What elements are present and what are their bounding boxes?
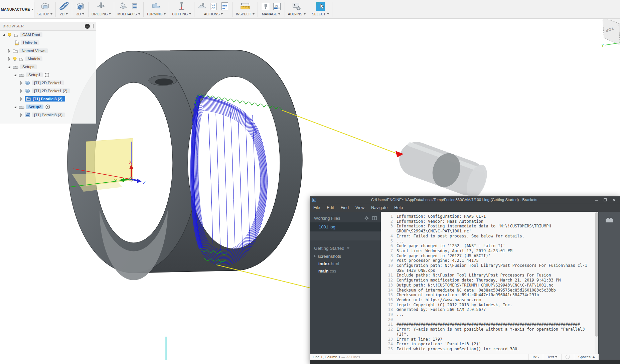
insert-mode-toggle[interactable]: INS <box>528 354 543 360</box>
code-line[interactable]: Include paths: N:\Fusion Tool Library\Po… <box>397 273 592 278</box>
brackets-titlebar[interactable]: C:/Users/ENGINE~1/AppData/Local/Temp/Fus… <box>310 196 620 203</box>
code-line[interactable]: Code page changed to '20127 (US-ASCII)' <box>397 253 592 258</box>
tree-item-setup1[interactable]: Setup1 <box>0 71 96 79</box>
selected-highlight[interactable]: [T1] Parallel3 (2) <box>25 96 65 102</box>
code-line[interactable]: Error: Failed to post process. See below… <box>397 234 592 239</box>
code-line[interactable]: ... <box>397 239 592 244</box>
code-line[interactable] <box>397 317 592 322</box>
code-line[interactable]: Failed while processing onSection() for … <box>397 347 592 352</box>
toolbar-group-addins[interactable]: ADD-INS <box>285 0 309 18</box>
tree-item-models[interactable]: Models <box>0 55 96 63</box>
menu-find[interactable]: Find <box>337 203 352 212</box>
toolbar-group-3d[interactable]: 3D <box>72 0 88 18</box>
maximize-button[interactable] <box>601 197 609 202</box>
code-line[interactable]: Error: Y-axis motion is not possible wit… <box>397 327 592 337</box>
expanded-arrow-icon[interactable] <box>13 105 17 109</box>
scrollbar-thumb[interactable] <box>595 212 598 337</box>
tree-item-label[interactable]: [T1] 2D Pocket1 (2) <box>32 88 70 93</box>
menu-edit[interactable]: Edit <box>323 203 337 212</box>
tree-item-label[interactable]: Named Views <box>19 48 48 53</box>
lightbulb-icon[interactable] <box>13 56 17 61</box>
tree-item-parallel3-3[interactable]: [T1] Parallel3 (3) <box>0 111 96 119</box>
collapsed-arrow-icon[interactable] <box>19 113 23 117</box>
collapse-panel-button[interactable] <box>85 24 90 29</box>
tree-item-label[interactable]: Models <box>25 56 42 61</box>
lint-status[interactable] <box>561 354 574 360</box>
code-editor[interactable]: 1Information: Configuration: HAAS CL-1 2… <box>381 212 595 354</box>
collapsed-arrow-icon[interactable] <box>7 57 11 61</box>
code-line[interactable]: Output path: N:\!CUSTOMERS\TRIUMPH GROUP… <box>397 283 592 288</box>
toolbar-group-select[interactable]: SELECT <box>309 0 332 18</box>
menu-navigate[interactable]: Navigate <box>368 203 391 212</box>
indent-setting[interactable]: Spaces: 4 <box>574 354 599 360</box>
toolbar-group-drilling[interactable]: DRILLING <box>89 0 114 18</box>
lightbulb-icon[interactable] <box>7 32 12 37</box>
code-line[interactable]: Error at line: 1797 <box>397 337 592 342</box>
collapsed-arrow-icon[interactable] <box>19 89 23 93</box>
tree-file-main-css[interactable]: main.css <box>310 267 381 275</box>
code-line[interactable]: Checksum of intermediate NC data: 0e38ac… <box>397 288 592 293</box>
code-line[interactable]: Error in operation: 'Parallel3 (2)' <box>397 342 592 347</box>
expanded-arrow-icon[interactable] <box>7 65 11 69</box>
code-line[interactable]: Checksum of configuration: 69dfc0b447ef0… <box>397 293 592 298</box>
split-view-icon[interactable] <box>372 216 377 220</box>
code-line[interactable]: Generated by: Fusion 360 CAM 2.0.5677 <box>397 307 592 312</box>
code-line[interactable]: Start time: Wednesday, April 17, 2019 4:… <box>397 248 592 253</box>
code-line[interactable]: Information: Posting intermediate data t… <box>397 224 592 233</box>
toolbar-group-2d[interactable]: 2D <box>56 0 72 18</box>
tree-item-label[interactable]: Units: in <box>21 40 39 45</box>
project-dropdown[interactable]: Getting Started <box>310 244 381 252</box>
expanded-arrow-icon[interactable] <box>13 73 17 77</box>
code-line[interactable]: Configuration path: N:\Fusion Tool Libra… <box>397 263 592 273</box>
toolbar-group-turning[interactable]: TURNING <box>144 0 169 18</box>
tree-item-label[interactable]: Setup2 <box>26 105 43 109</box>
menu-view[interactable]: View <box>352 203 368 212</box>
code-line[interactable]: ... <box>397 312 592 317</box>
code-line[interactable]: Information: Vendor: Haas Automation <box>397 219 592 224</box>
panel-resize-handle[interactable] <box>92 24 94 28</box>
close-button[interactable] <box>609 197 618 202</box>
file-name[interactable]: 1001.log <box>319 224 335 229</box>
code-line[interactable]: Configuration modification date: Thursda… <box>397 278 592 283</box>
tree-file-index-html[interactable]: index.html <box>310 260 381 267</box>
tree-folder-screenshots[interactable]: screenshots <box>310 252 381 260</box>
language-mode-dropdown[interactable]: Text <box>543 354 561 360</box>
tree-item-2d-pocket1-2[interactable]: [T1] 2D Pocket1 (2) <box>0 87 96 95</box>
tree-item-label[interactable]: Setup1 <box>26 72 43 77</box>
code-line[interactable]: Code page changed to '1252 (ANSI - Latin… <box>397 243 592 248</box>
tree-item-2d-pocket1[interactable]: [T1] 2D Pocket1 <box>0 79 96 87</box>
expanded-arrow-icon[interactable] <box>2 33 6 37</box>
tree-item-label[interactable]: [T1] 2D Pocket1 <box>32 80 64 85</box>
collapsed-arrow-icon[interactable] <box>7 49 11 53</box>
tree-item-named-views[interactable]: Named Views <box>0 47 96 55</box>
tree-item-label[interactable]: Setups <box>20 64 37 69</box>
workspace-selector[interactable]: MANUFACTURE <box>0 0 34 18</box>
collapsed-arrow-icon[interactable] <box>314 255 316 257</box>
tree-item-label[interactable]: [T1] Parallel3 (2) <box>33 97 62 101</box>
toolbar-group-manage[interactable]: % MANAGE <box>258 0 285 18</box>
extension-manager-icon[interactable] <box>605 217 613 223</box>
menu-help[interactable]: Help <box>391 203 406 212</box>
collapsed-arrow-icon[interactable] <box>19 97 23 101</box>
code-line[interactable]: Information: Configuration: HAAS CL-1 <box>397 214 592 219</box>
working-file-1001-log[interactable]: 1001.log <box>310 222 381 231</box>
tree-item-cam-root[interactable]: CAM Root <box>0 31 96 39</box>
toolbar-group-inspect[interactable]: INSPECT <box>233 0 258 18</box>
tool-cylinder[interactable] <box>394 137 491 200</box>
tree-item-units[interactable]: Units: in <box>0 39 96 47</box>
tree-item-parallel3-2-selected[interactable]: [T1] Parallel3 (2) <box>0 95 96 103</box>
code-line[interactable]: ########################################… <box>397 322 592 327</box>
tree-item-setup2[interactable]: Setup2 <box>0 103 96 111</box>
code-line[interactable]: Vendor url: https://www.haascnc.com <box>397 298 592 303</box>
toolbar-group-multiaxis[interactable]: MULTI-AXIS <box>114 0 143 18</box>
gear-icon[interactable] <box>364 216 369 220</box>
menu-file[interactable]: File <box>310 203 323 212</box>
collapsed-arrow-icon[interactable] <box>19 81 23 85</box>
tree-item-setups[interactable]: Setups <box>0 63 96 71</box>
code-line[interactable]: Legal: Copyright (C) 2012-2018 by Autode… <box>397 303 592 308</box>
tree-item-label[interactable]: [T1] Parallel3 (3) <box>32 113 65 117</box>
tree-item-label[interactable]: CAM Root <box>20 32 42 37</box>
toolbar-group-actions[interactable]: G1G2 ACTIONS <box>194 0 232 18</box>
code-line[interactable]: Post processor engine: 4.2.1 44175 <box>397 258 592 263</box>
minimize-button[interactable] <box>592 197 601 202</box>
